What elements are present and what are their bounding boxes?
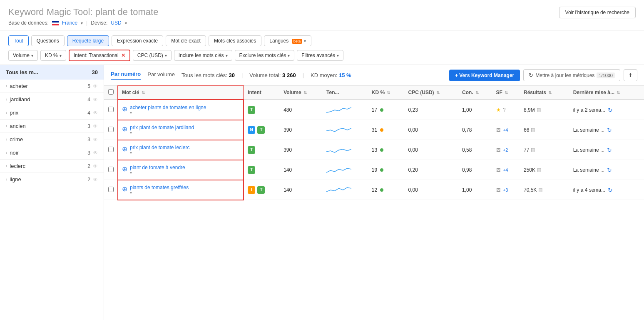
history-button[interactable]: Voir l'historique de recherche	[559, 7, 636, 18]
eye-icon[interactable]: 👁	[93, 97, 98, 102]
refresh-icon: ↻	[529, 72, 533, 78]
expand-icon[interactable]: ▾	[130, 150, 189, 155]
keyword-cell: ⊕ plant de tomate à vendre ▾	[118, 160, 244, 180]
sidebar-item-ancien[interactable]: › ancien 3 👁	[0, 120, 104, 133]
tab-mots-cles-associes[interactable]: Mots-clés associés	[209, 35, 261, 46]
sort-par-volume[interactable]: Par volume	[147, 71, 175, 79]
volume-filter[interactable]: Volume ▾	[8, 50, 38, 61]
sidebar-item-count: 3	[87, 137, 90, 142]
eye-icon[interactable]: 👁	[93, 163, 98, 169]
expand-icon[interactable]: ▾	[130, 170, 185, 175]
refresh-icon[interactable]: ↻	[607, 167, 612, 173]
table-row: ⊕ prix plant de tomate jardiland ▾ N T	[104, 120, 644, 140]
con-header[interactable]: Con. ⇅	[458, 86, 492, 100]
db-value[interactable]: France	[62, 20, 77, 26]
results-icon: ▤	[538, 187, 542, 192]
mot-cle-header[interactable]: Mot clé ⇅	[118, 86, 244, 100]
sidebar-item-leclerc[interactable]: › leclerc 2 👁	[0, 160, 104, 173]
add-keyword-icon[interactable]: ⊕	[122, 145, 127, 153]
keyword-link[interactable]: prix plant de tomate jardiland	[130, 125, 194, 130]
intent-header[interactable]: Intent	[244, 86, 279, 100]
kd-header[interactable]: KD % ⇅	[368, 86, 404, 100]
refresh-icon[interactable]: ↻	[607, 147, 612, 153]
currency-value[interactable]: USD	[111, 20, 121, 26]
add-keyword-icon[interactable]: ⊕	[122, 165, 127, 173]
exclude-filter[interactable]: Exclure les mots clés ▾	[235, 50, 295, 61]
date-cell: La semaine ... ↻	[569, 120, 644, 140]
results-icon: ▤	[537, 167, 541, 172]
add-keyword-icon[interactable]: ⊕	[122, 185, 127, 193]
expand-icon[interactable]: ▾	[130, 110, 206, 115]
cpc-header[interactable]: CPC (USD) ⇅	[404, 86, 458, 100]
row-checkbox[interactable]	[108, 167, 114, 172]
tab-questions[interactable]: Questions	[31, 35, 65, 46]
eye-icon[interactable]: 👁	[93, 177, 98, 182]
include-filter[interactable]: Inclure les mots clés ▾	[174, 50, 232, 61]
intent-close-icon[interactable]: ✕	[121, 52, 125, 58]
advanced-filter[interactable]: Filtres avancés ▾	[297, 50, 343, 61]
resultats-header[interactable]: Résultats ⇅	[520, 86, 569, 100]
sidebar-item-noir[interactable]: › noir 3 👁	[0, 146, 104, 160]
intent-cell: T	[244, 160, 279, 180]
tab-langues[interactable]: Langues beta ▾	[264, 35, 311, 46]
eye-icon[interactable]: 👁	[93, 150, 98, 156]
intent-filter[interactable]: Intent: Transactional ✕	[69, 50, 130, 61]
expand-icon[interactable]: ▾	[130, 190, 189, 195]
volume-header[interactable]: Volume ⇅	[279, 86, 322, 100]
tab-expression-exacte[interactable]: Expression exacte	[112, 35, 163, 46]
row-checkbox[interactable]	[108, 107, 114, 112]
update-count-badge: 1/1000	[597, 72, 615, 78]
tab-mot-cle-exact[interactable]: Mot clé exact	[166, 35, 206, 46]
keyword-link[interactable]: acheter plants de tomates en ligne	[130, 105, 206, 110]
export-button[interactable]: ⬆	[624, 69, 637, 81]
eye-icon[interactable]: 👁	[93, 110, 98, 116]
sidebar-item-acheter[interactable]: › acheter 5 👁	[0, 80, 104, 93]
sidebar-chevron-icon: ›	[6, 137, 7, 142]
kd-filter[interactable]: KD % ▾	[40, 50, 66, 61]
cpc-filter[interactable]: CPC (USD) ▾	[133, 50, 172, 61]
sidebar-item-crime[interactable]: › crime 3 👁	[0, 133, 104, 146]
sidebar-item-prix[interactable]: › prix 4 👁	[0, 106, 104, 120]
sort-par-numero[interactable]: Par numéro	[111, 71, 141, 80]
db-chevron-icon[interactable]: ▾	[81, 21, 83, 25]
update-metrics-button[interactable]: ↻ Mettre à jour les métriques 1/1000	[523, 69, 620, 81]
eye-icon[interactable]: 👁	[93, 123, 98, 129]
eye-icon[interactable]: 👁	[93, 83, 98, 89]
keyword-link[interactable]: plants de tomates greffées	[130, 185, 189, 190]
sidebar-item-label: ligne	[10, 176, 21, 182]
sf-cell: 🖼 +4	[492, 160, 520, 180]
results-cell: 70,5K ▤	[520, 180, 569, 200]
sidebar-item-jardiland[interactable]: › jardiland 4 👁	[0, 93, 104, 106]
refresh-icon[interactable]: ↻	[607, 127, 612, 133]
expand-icon[interactable]: ▾	[130, 130, 194, 135]
currency-chevron-icon[interactable]: ▾	[125, 21, 127, 25]
add-keyword-icon[interactable]: ⊕	[122, 105, 127, 113]
tendency-header[interactable]: Ten...	[322, 86, 368, 100]
add-keyword-icon[interactable]: ⊕	[122, 125, 127, 133]
trend-chart	[326, 144, 351, 154]
sidebar-chevron-icon: ›	[6, 177, 7, 182]
intent-cell: I T	[244, 180, 279, 200]
sidebar-item-ligne[interactable]: › ligne 2 👁	[0, 173, 104, 186]
kd-moyen-value: 15 %	[339, 72, 351, 78]
keyword-link[interactable]: prix plant de tomate leclerc	[130, 145, 189, 150]
sf-header[interactable]: SF ⇅	[492, 86, 520, 100]
eye-icon[interactable]: 👁	[93, 137, 98, 142]
con-cell: 1,00	[458, 100, 492, 120]
refresh-icon[interactable]: ↻	[608, 187, 613, 193]
row-checkbox[interactable]	[108, 147, 114, 152]
keyword-manager-button[interactable]: + Vers Keyword Manager	[449, 70, 520, 81]
row-checkbox-cell	[104, 180, 118, 200]
row-checkbox[interactable]	[108, 127, 114, 132]
sidebar: Tous les m... 30 › acheter 5 👁 › jardila…	[0, 65, 104, 320]
row-checkbox[interactable]	[108, 187, 114, 192]
question-icon[interactable]: ?	[503, 107, 506, 113]
keyword-link[interactable]: plant de tomate à vendre	[130, 165, 185, 170]
date-cell: il y a 4 sema... ↻	[569, 180, 644, 200]
select-all-checkbox[interactable]	[108, 89, 114, 95]
derniere-header[interactable]: Dernière mise à... ⇅	[569, 86, 644, 100]
tab-tout[interactable]: Tout	[8, 35, 29, 46]
include-chevron-icon: ▾	[226, 53, 228, 58]
tab-requete-large[interactable]: Requête large	[67, 35, 109, 46]
refresh-icon[interactable]: ↻	[608, 107, 613, 113]
